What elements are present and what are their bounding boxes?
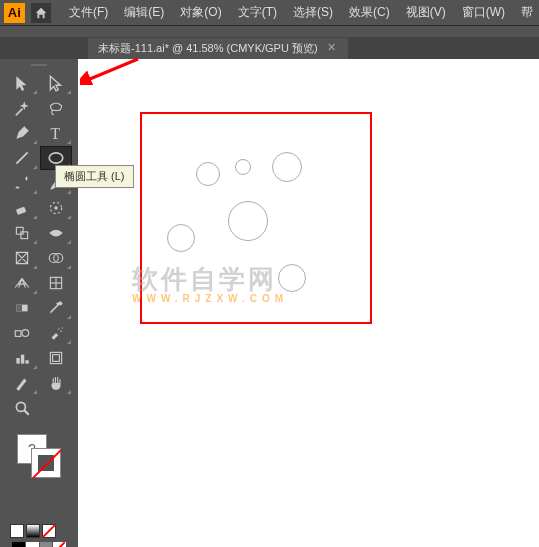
svg-point-2 bbox=[49, 153, 63, 163]
document-tab[interactable]: 未标题-111.ai* @ 41.58% (CMYK/GPU 预览) × bbox=[88, 38, 348, 59]
tool-tooltip: 椭圆工具 (L) bbox=[55, 165, 134, 188]
lasso-tool[interactable] bbox=[40, 96, 72, 120]
stroke-swatch[interactable] bbox=[31, 448, 61, 478]
home-icon[interactable] bbox=[31, 3, 52, 23]
menu-window[interactable]: 窗口(W) bbox=[456, 2, 511, 23]
free-transform-tool[interactable] bbox=[6, 246, 38, 270]
mesh-tool[interactable] bbox=[40, 271, 72, 295]
menu-effect[interactable]: 效果(C) bbox=[343, 2, 396, 23]
direct-selection-tool[interactable] bbox=[40, 71, 72, 95]
svg-rect-6 bbox=[16, 227, 23, 234]
swatch-none[interactable] bbox=[53, 542, 66, 547]
menu-object[interactable]: 对象(O) bbox=[174, 2, 227, 23]
svg-point-5 bbox=[54, 206, 57, 209]
svg-text:T: T bbox=[50, 125, 60, 142]
magic-wand-tool[interactable] bbox=[6, 96, 38, 120]
svg-line-23 bbox=[24, 410, 29, 415]
column-graph-tool[interactable] bbox=[6, 346, 38, 370]
ellipse-shape[interactable] bbox=[167, 224, 195, 252]
svg-rect-7 bbox=[21, 232, 28, 239]
ellipse-shape[interactable] bbox=[235, 159, 251, 175]
svg-point-16 bbox=[22, 330, 29, 337]
tab-bar: 未标题-111.ai* @ 41.58% (CMYK/GPU 预览) × bbox=[0, 37, 539, 59]
svg-rect-15 bbox=[15, 331, 21, 337]
line-segment-tool[interactable] bbox=[6, 146, 38, 170]
width-tool[interactable] bbox=[40, 221, 72, 245]
svg-rect-17 bbox=[16, 358, 19, 364]
type-tool[interactable]: T bbox=[40, 121, 72, 145]
toolbox: T ? bbox=[0, 59, 78, 547]
fill-stroke-control[interactable]: ? bbox=[17, 434, 61, 478]
pen-tool[interactable] bbox=[6, 121, 38, 145]
swatch-white[interactable] bbox=[26, 542, 39, 547]
svg-rect-21 bbox=[52, 355, 59, 362]
menu-file[interactable]: 文件(F) bbox=[63, 2, 114, 23]
menu-view[interactable]: 视图(V) bbox=[400, 2, 452, 23]
menu-edit[interactable]: 编辑(E) bbox=[118, 2, 170, 23]
selection-tool[interactable] bbox=[6, 71, 38, 95]
svg-rect-14 bbox=[16, 305, 22, 312]
svg-rect-3 bbox=[16, 207, 26, 215]
empty-tool-slot bbox=[40, 396, 72, 420]
eraser-tool[interactable] bbox=[6, 196, 38, 220]
artboard-tool[interactable] bbox=[40, 346, 72, 370]
rotate-tool[interactable] bbox=[40, 196, 72, 220]
ellipse-shape[interactable] bbox=[272, 152, 302, 182]
symbol-sprayer-tool[interactable] bbox=[40, 321, 72, 345]
menu-type[interactable]: 文字(T) bbox=[232, 2, 283, 23]
menu-bar: 文件(F) 编辑(E) 对象(O) 文字(T) 选择(S) 效果(C) 视图(V… bbox=[63, 2, 539, 23]
svg-rect-18 bbox=[21, 355, 24, 364]
tab-title: 未标题-111.ai* @ 41.58% (CMYK/GPU 预览) bbox=[98, 41, 318, 56]
slice-tool[interactable] bbox=[6, 371, 38, 395]
ellipse-shape[interactable] bbox=[278, 264, 306, 292]
svg-point-22 bbox=[16, 402, 25, 411]
swatch-black[interactable] bbox=[12, 542, 25, 547]
perspective-grid-tool[interactable] bbox=[6, 271, 38, 295]
shape-builder-tool[interactable] bbox=[40, 246, 72, 270]
color-section: ? bbox=[0, 434, 78, 547]
color-mode-none[interactable] bbox=[42, 524, 56, 538]
color-mode-solid[interactable] bbox=[10, 524, 24, 538]
options-bar bbox=[0, 25, 539, 37]
scale-tool[interactable] bbox=[6, 221, 38, 245]
canvas[interactable] bbox=[78, 59, 539, 547]
gradient-tool[interactable] bbox=[6, 296, 38, 320]
menu-select[interactable]: 选择(S) bbox=[287, 2, 339, 23]
zoom-tool[interactable] bbox=[6, 396, 38, 420]
blend-tool[interactable] bbox=[6, 321, 38, 345]
swatch-gray[interactable] bbox=[40, 542, 53, 547]
app-logo: Ai bbox=[4, 3, 25, 23]
svg-line-1 bbox=[16, 152, 27, 163]
panel-grip-icon[interactable] bbox=[0, 61, 78, 69]
eyedropper-tool[interactable] bbox=[40, 296, 72, 320]
menu-help[interactable]: 帮 bbox=[515, 2, 539, 23]
hand-tool[interactable] bbox=[40, 371, 72, 395]
paintbrush-tool[interactable] bbox=[6, 171, 38, 195]
ellipse-shape[interactable] bbox=[196, 162, 220, 186]
ellipse-shape[interactable] bbox=[228, 201, 268, 241]
tab-close-icon[interactable]: × bbox=[326, 42, 338, 54]
svg-rect-19 bbox=[25, 360, 28, 363]
color-mode-gradient[interactable] bbox=[26, 524, 40, 538]
